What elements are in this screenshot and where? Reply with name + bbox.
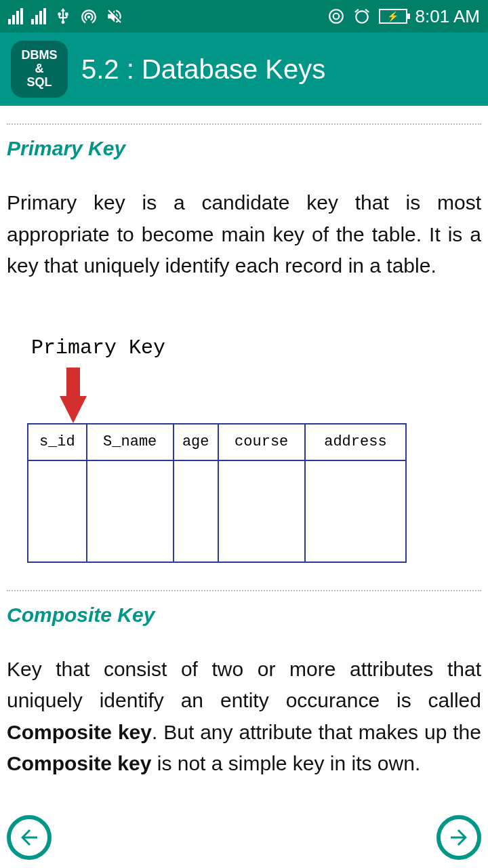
table-row	[28, 460, 406, 562]
divider	[7, 590, 481, 591]
col-sid: s_id	[28, 424, 87, 460]
prev-button[interactable]	[7, 815, 52, 860]
text-fragment: Key that consist of two or more attribut…	[7, 658, 481, 712]
app-icon-line2: &	[35, 62, 44, 76]
primary-key-diagram: Primary Key s_id S_name age course addre…	[27, 336, 474, 563]
arrow-left-icon	[17, 825, 41, 850]
content-area[interactable]: Primary Key Primary key is a candidate k…	[0, 106, 488, 785]
primary-key-paragraph: Primary key is a candidate key that is m…	[7, 187, 481, 282]
text-bold: Composite key	[7, 752, 151, 774]
divider	[7, 123, 481, 125]
text-fragment: . But any attribute that makes up the	[152, 721, 481, 743]
svg-point-1	[333, 14, 339, 20]
alarm-icon	[353, 7, 371, 25]
diagram-label: Primary Key	[31, 336, 474, 359]
col-course: course	[218, 424, 305, 460]
status-right: ⚡ 8:01 AM	[327, 6, 480, 27]
mute-icon	[106, 7, 123, 25]
col-age: age	[174, 424, 218, 460]
col-sname: S_name	[87, 424, 174, 460]
text-fragment: is not a simple key in its own.	[151, 752, 420, 774]
status-left	[8, 7, 123, 25]
primary-key-table: s_id S_name age course address	[27, 423, 407, 563]
app-icon[interactable]: DBMS & SQL	[11, 41, 68, 98]
status-bar: ⚡ 8:01 AM	[0, 0, 488, 33]
app-icon-line3: SQL	[26, 76, 52, 90]
location-icon	[327, 7, 345, 25]
status-time: 8:01 AM	[415, 6, 480, 27]
app-bar: DBMS & SQL 5.2 : Database Keys	[0, 33, 488, 106]
hotspot-icon	[80, 7, 98, 25]
col-address: address	[305, 424, 406, 460]
text-bold: Composite key	[7, 721, 152, 743]
page-title: 5.2 : Database Keys	[81, 54, 325, 85]
battery-icon: ⚡	[379, 9, 407, 24]
section-heading-composite-key: Composite Key	[7, 604, 481, 627]
signal-icon	[8, 8, 23, 24]
arrow-down-icon	[60, 396, 87, 423]
signal-icon-2	[31, 8, 46, 24]
usb-icon	[54, 7, 72, 25]
composite-key-paragraph: Key that consist of two or more attribut…	[7, 654, 481, 780]
table-header-row: s_id S_name age course address	[28, 424, 406, 460]
svg-point-0	[329, 9, 343, 23]
next-button[interactable]	[436, 815, 481, 860]
arrow-right-icon	[447, 825, 471, 850]
app-icon-line1: DBMS	[22, 49, 58, 62]
section-heading-primary-key: Primary Key	[7, 137, 481, 160]
